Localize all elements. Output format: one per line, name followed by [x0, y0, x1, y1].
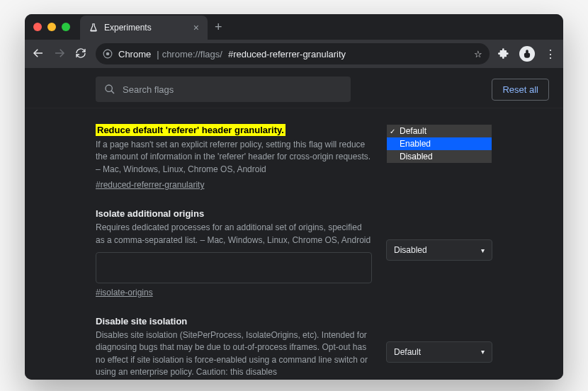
svg-point-2 — [106, 85, 112, 91]
flag-anchor[interactable]: #reduced-referrer-granularity — [96, 180, 204, 190]
search-field[interactable] — [123, 84, 342, 95]
new-tab-button[interactable]: + — [215, 20, 222, 35]
search-icon — [104, 84, 115, 95]
close-tab-button[interactable]: × — [193, 22, 199, 33]
maximize-window-button[interactable] — [62, 23, 70, 31]
reload-icon — [75, 47, 86, 59]
toolbar-actions: ⋮ — [498, 46, 556, 62]
extensions-icon[interactable] — [498, 47, 509, 61]
select-value: Default — [394, 347, 421, 357]
dropdown-option-disabled[interactable]: Disabled — [387, 150, 492, 163]
svg-point-1 — [106, 52, 110, 56]
search-input[interactable] — [96, 76, 351, 102]
address-bar[interactable]: Chrome | chrome://flags/#reduced-referre… — [96, 43, 490, 64]
flags-topbar: Reset all — [25, 68, 563, 108]
page-content: Reset all Reduce default 'referer' heade… — [25, 68, 563, 380]
arrow-right-icon — [53, 47, 66, 60]
flags-list: Reduce default 'referer' header granular… — [25, 108, 563, 380]
reset-all-button[interactable]: Reset all — [492, 79, 549, 101]
flag-description: Requires dedicated processes for an addi… — [96, 222, 372, 246]
hand-icon — [522, 49, 532, 59]
flag-title: Isolate additional origins — [96, 208, 204, 219]
flag-item: Reduce default 'referer' header granular… — [96, 118, 492, 203]
dropdown-option-default[interactable]: Default — [387, 125, 492, 137]
flag-text-input[interactable] — [96, 252, 372, 283]
omnibox-url-bright: #reduced-referrer-granularity — [228, 49, 346, 60]
flag-anchor[interactable]: #isolate-origins — [96, 288, 153, 298]
titlebar: Experiments × + — [25, 14, 563, 40]
profile-icon[interactable] — [519, 46, 535, 62]
browser-tab[interactable]: Experiments × — [80, 16, 208, 40]
arrow-left-icon — [32, 47, 45, 60]
select-value: Disabled — [394, 245, 427, 255]
reload-button[interactable] — [74, 47, 87, 61]
browser-window: Experiments × + Chrome | chrome://flags/… — [25, 14, 563, 380]
flag-description: If a page hasn't set an explicit referre… — [96, 139, 372, 176]
menu-button[interactable]: ⋮ — [545, 47, 556, 61]
chrome-icon — [103, 49, 113, 59]
forward-button[interactable] — [53, 47, 66, 62]
chevron-down-icon: ▾ — [481, 246, 485, 254]
flag-item: Disable site isolation Disables site iso… — [96, 310, 492, 380]
flag-title: Disable site isolation — [96, 316, 187, 327]
close-window-button[interactable] — [33, 23, 42, 31]
window-controls — [33, 23, 70, 31]
back-button[interactable] — [32, 47, 45, 62]
omnibox-url-dim: chrome://flags/ — [162, 49, 222, 60]
chevron-down-icon: ▾ — [481, 348, 485, 356]
bookmark-star-icon[interactable]: ☆ — [474, 49, 482, 60]
flag-item: Isolate additional origins Requires dedi… — [96, 203, 492, 310]
toolbar: Chrome | chrome://flags/#reduced-referre… — [25, 40, 563, 68]
flag-dropdown-open[interactable]: Default Enabled Disabled — [386, 124, 492, 164]
puzzle-icon — [498, 47, 509, 59]
flag-select[interactable]: Default ▾ — [386, 341, 492, 363]
flag-select[interactable]: Disabled ▾ — [386, 239, 492, 261]
tab-title: Experiments — [104, 23, 152, 33]
flask-icon — [89, 23, 98, 33]
dropdown-option-enabled[interactable]: Enabled — [387, 137, 492, 150]
omnibox-label: Chrome — [118, 49, 151, 60]
omnibox-separator: | — [157, 49, 159, 60]
flag-title: Reduce default 'referer' header granular… — [96, 124, 285, 136]
minimize-window-button[interactable] — [47, 23, 56, 31]
flag-description: Disables site isolation (SitePerProcess,… — [96, 329, 372, 379]
